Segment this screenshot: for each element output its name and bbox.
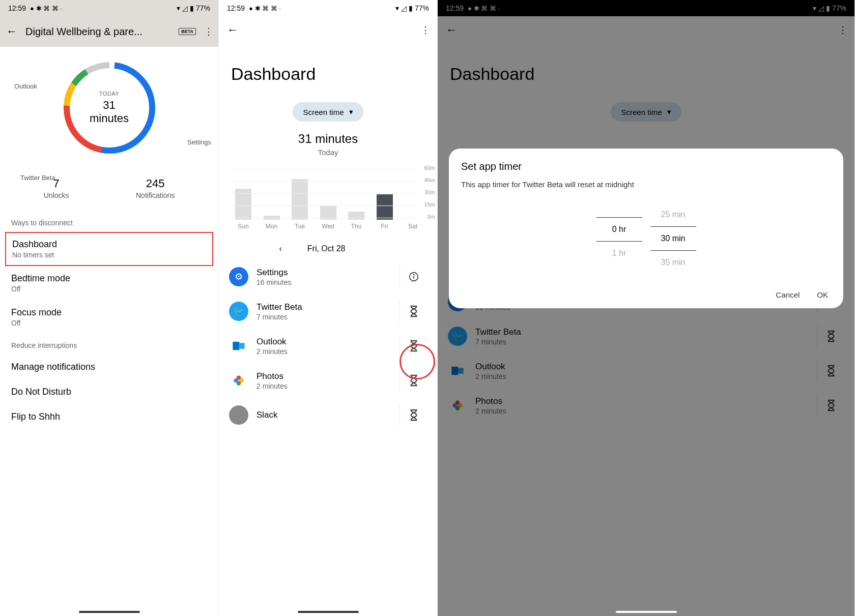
chevron-down-icon: ▾ xyxy=(349,107,353,116)
notifications-label: Notifications xyxy=(136,191,175,199)
current-date: Fri, Oct 28 xyxy=(307,244,346,253)
bar-thu[interactable]: Thu xyxy=(346,212,366,230)
hourglass-highlight-circle xyxy=(400,344,435,379)
dnd-item[interactable]: Do Not Disturb xyxy=(0,379,218,404)
hour-next[interactable]: 1 hr xyxy=(596,242,642,265)
page-title: Digital Wellbeing & pare... xyxy=(25,26,170,38)
app-name: Settings xyxy=(256,268,391,278)
bedtime-title: Bedtime mode xyxy=(11,273,207,284)
date-nav: ‹ Fri, Oct 28 xyxy=(219,230,437,259)
dashboard-sub: No timers set xyxy=(12,251,206,259)
bar-fri[interactable]: Fri xyxy=(375,194,395,230)
bar-label: Mon xyxy=(266,223,277,230)
minute-picker[interactable]: 25 min 30 min 35 min xyxy=(650,203,696,274)
signal-icon: ◿ xyxy=(182,4,188,12)
app-header: ← Digital Wellbeing & pare... BETA ⋮ xyxy=(0,16,218,47)
bar-sat[interactable]: Sat xyxy=(403,220,423,230)
bar-sun[interactable]: Sun xyxy=(233,189,253,230)
minute-selected[interactable]: 30 min xyxy=(650,226,696,251)
minute-prev[interactable]: 25 min xyxy=(650,203,696,226)
bar-label: Thu xyxy=(351,223,362,230)
svg-rect-8 xyxy=(233,342,239,350)
battery-percent: 77% xyxy=(415,4,429,12)
home-indicator[interactable] xyxy=(616,611,677,613)
total-minutes: 31 minutes xyxy=(219,132,437,146)
back-icon[interactable]: ← xyxy=(6,25,17,38)
battery-percent: 77% xyxy=(196,4,210,12)
overflow-menu-icon[interactable]: ⋮ xyxy=(421,24,429,36)
bar-tue[interactable]: Tue xyxy=(290,179,310,230)
bedtime-sub: Off xyxy=(11,285,207,293)
section-reduce: Reduce interruptions xyxy=(0,334,218,355)
app-row-settings[interactable]: ⚙Settings16 minutes xyxy=(219,259,437,294)
flip-title: Flip to Shhh xyxy=(11,412,207,422)
minute-next[interactable]: 35 min xyxy=(650,251,696,274)
app-row-slack[interactable]: Slack xyxy=(219,398,437,432)
app-timer-button[interactable] xyxy=(400,300,427,322)
app-timer-button[interactable] xyxy=(400,404,427,426)
bar-label: Tue xyxy=(295,223,305,230)
battery-icon: ▮ xyxy=(409,4,413,12)
signal-icon: ◿ xyxy=(401,4,407,12)
usage-donut[interactable]: TODAY 31 minutes xyxy=(59,57,160,159)
page-title: Dashboard xyxy=(219,44,437,99)
donut-today-label: TODAY xyxy=(84,91,135,97)
dashboard-title: Dashboard xyxy=(12,239,206,250)
section-ways: Ways to disconnect xyxy=(0,212,218,232)
svg-point-7 xyxy=(413,275,414,275)
notifications-stat[interactable]: 245 Notifications xyxy=(136,177,175,199)
app-name: Slack xyxy=(256,410,391,420)
manage-title: Manage notifications xyxy=(11,362,207,372)
screen-time-chip[interactable]: Screen time ▾ xyxy=(293,102,363,122)
ok-button[interactable]: OK xyxy=(817,290,828,299)
donut-label-twitter: Twitter Beta xyxy=(20,174,55,182)
back-icon[interactable]: ← xyxy=(227,23,238,37)
status-notification-icons: ● ✱ ⌘ ⌘ · xyxy=(249,5,281,12)
chip-label: Screen time xyxy=(303,108,344,116)
status-bar: 12:59 ● ✱ ⌘ ⌘ · ▾ ◿ ▮ 77% xyxy=(0,0,218,16)
app-time: 7 minutes xyxy=(256,313,391,321)
flip-to-shhh-item[interactable]: Flip to Shhh xyxy=(0,404,218,429)
dialog-body: This app timer for Twitter Beta will res… xyxy=(461,180,831,190)
app-time: 2 minutes xyxy=(256,382,391,390)
home-indicator[interactable] xyxy=(298,611,359,613)
bar-label: Fri xyxy=(381,223,388,230)
notifications-value: 245 xyxy=(136,177,175,190)
battery-icon: ▮ xyxy=(190,4,194,12)
manage-notifications-item[interactable]: Manage notifications xyxy=(0,355,218,379)
app-timer-button[interactable] xyxy=(400,266,427,288)
focus-sub: Off xyxy=(11,319,207,327)
bar-label: Wed xyxy=(322,223,334,230)
home-indicator[interactable] xyxy=(79,611,140,613)
usage-donut-section: Outlook Settings Twitter Beta TODAY 31 m… xyxy=(0,47,218,169)
bedtime-mode-item[interactable]: Bedtime mode Off xyxy=(0,266,218,300)
donut-label-settings: Settings xyxy=(187,138,211,146)
svg-rect-9 xyxy=(239,343,245,349)
set-app-timer-dialog: Set app timer This app timer for Twitter… xyxy=(449,149,843,308)
overflow-menu-icon[interactable]: ⋮ xyxy=(204,26,212,37)
dialog-title: Set app timer xyxy=(461,161,831,172)
app-name: Twitter Beta xyxy=(256,302,391,312)
hour-selected[interactable]: 0 hr xyxy=(596,217,642,242)
focus-title: Focus mode xyxy=(11,307,207,318)
app-name: Outlook xyxy=(256,337,391,347)
cancel-button[interactable]: Cancel xyxy=(776,290,800,299)
hour-prev[interactable] xyxy=(596,203,642,217)
usage-bar-chart[interactable]: 60m 45m 30m 15m 0m SunMonTueWedThuFriSat xyxy=(219,169,437,230)
bar-label: Sat xyxy=(408,223,417,230)
hour-picker[interactable]: 0 hr 1 hr xyxy=(596,203,642,274)
svg-point-13 xyxy=(234,378,238,383)
app-time: 2 minutes xyxy=(256,347,391,356)
app-row-twitter-beta[interactable]: 🐦Twitter Beta7 minutes xyxy=(219,294,437,329)
status-bar: 12:59 ● ✱ ⌘ ⌘ · ▾ ◿ ▮ 77% xyxy=(219,0,437,16)
focus-mode-item[interactable]: Focus mode Off xyxy=(0,300,218,334)
unlocks-label: Unlocks xyxy=(44,191,69,199)
prev-day-icon[interactable]: ‹ xyxy=(279,244,281,253)
app-list: ⚙Settings16 minutes🐦Twitter Beta7 minute… xyxy=(219,259,437,432)
dashboard-item-highlighted[interactable]: Dashboard No timers set xyxy=(5,232,213,266)
wifi-icon: ▾ xyxy=(395,4,399,12)
donut-minutes: 31 minutes xyxy=(84,99,135,125)
status-notification-icons: ● ✱ ⌘ ⌘ · xyxy=(30,5,62,12)
donut-label-outlook: Outlook xyxy=(14,82,37,90)
time-picker[interactable]: 0 hr 1 hr 25 min 30 min 35 min xyxy=(461,203,831,274)
